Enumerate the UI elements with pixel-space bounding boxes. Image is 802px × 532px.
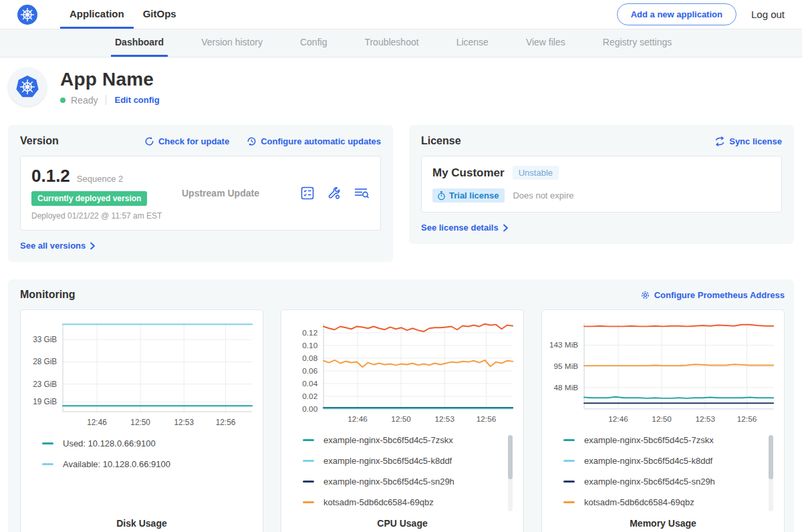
svg-text:0.10: 0.10 bbox=[302, 341, 317, 350]
svg-text:12:46: 12:46 bbox=[87, 418, 107, 427]
tab-application[interactable]: Application bbox=[60, 0, 134, 29]
configure-automatic-updates-link[interactable]: Configure automatic updates bbox=[247, 136, 381, 146]
legend-scrollbar-thumb[interactable] bbox=[769, 435, 773, 479]
chart-title-disk-usage: Disk Usage bbox=[26, 518, 257, 531]
svg-text:12:46: 12:46 bbox=[348, 414, 368, 423]
app-kubernetes-icon bbox=[8, 68, 47, 106]
add-new-application-button[interactable]: Add a new application bbox=[617, 3, 737, 25]
version-sequence: Sequence 2 bbox=[77, 174, 123, 184]
license-expiry-text: Does not expire bbox=[513, 190, 573, 201]
sync-arrows-icon bbox=[714, 136, 725, 146]
check-for-update-link[interactable]: Check for update bbox=[144, 136, 229, 146]
subnav-troubleshoot[interactable]: Troubleshoot bbox=[360, 29, 422, 57]
legend-item: example-nginx-5bc6f5d4c5-k8ddf bbox=[303, 456, 518, 466]
subnav-version-history[interactable]: Version history bbox=[197, 29, 267, 57]
svg-text:28 GiB: 28 GiB bbox=[33, 357, 57, 366]
svg-text:95 MiB: 95 MiB bbox=[553, 362, 578, 370]
version-source-label: Upstream Update bbox=[182, 188, 259, 198]
disk-usage-legend: Used: 10.128.0.66:9100 Available: 10.128… bbox=[42, 438, 257, 518]
divider bbox=[106, 95, 106, 105]
svg-text:33 GiB: 33 GiB bbox=[33, 335, 57, 344]
legend-swatch bbox=[42, 463, 53, 465]
version-card-title: Version bbox=[20, 135, 59, 147]
svg-text:12:50: 12:50 bbox=[391, 414, 411, 423]
top-navigation-bar: Application GitOps Add a new application… bbox=[0, 0, 802, 29]
channel-badge: Unstable bbox=[513, 166, 559, 180]
legend-item: example-nginx-5bc6f5d4c5-sn29h bbox=[563, 477, 779, 487]
status-dot bbox=[60, 98, 65, 103]
subnav-registry-settings[interactable]: Registry settings bbox=[599, 29, 676, 57]
disk-usage-chart: 12:4612:5012:5312:5619 GiB23 GiB28 GiB33… bbox=[26, 317, 257, 432]
subnav-config[interactable]: Config bbox=[296, 29, 331, 57]
chevron-right-icon bbox=[90, 242, 96, 250]
svg-text:12:56: 12:56 bbox=[477, 414, 497, 423]
disk-usage-chart-card: 12:4612:5012:5312:5619 GiB23 GiB28 GiB33… bbox=[20, 309, 263, 532]
svg-text:12:53: 12:53 bbox=[434, 414, 454, 423]
cpu-usage-chart-card: 12:4612:5012:5312:560.000.020.040.060.08… bbox=[281, 309, 524, 532]
license-card: License Sync license My Customer Unstabl… bbox=[409, 125, 794, 244]
cpu-usage-legend: example-nginx-5bc6f5d4c5-7zskx example-n… bbox=[303, 435, 518, 518]
subnav-license[interactable]: License bbox=[452, 29, 493, 57]
legend-swatch bbox=[563, 481, 575, 483]
legend-swatch bbox=[303, 439, 314, 441]
svg-text:12:50: 12:50 bbox=[652, 414, 672, 423]
sync-license-link[interactable]: Sync license bbox=[714, 136, 782, 146]
svg-text:23 GiB: 23 GiB bbox=[33, 380, 57, 389]
legend-scrollbar-thumb[interactable] bbox=[508, 435, 513, 479]
kubernetes-logo-icon bbox=[17, 5, 37, 25]
stopwatch-icon bbox=[437, 191, 446, 201]
svg-text:12:56: 12:56 bbox=[216, 418, 236, 427]
legend-item: example-nginx-5bc6f5d4c5-7zskx bbox=[563, 435, 779, 445]
top-tabs: Application GitOps bbox=[60, 0, 186, 29]
license-card-title: License bbox=[421, 135, 461, 147]
version-number: 0.1.2 bbox=[31, 166, 70, 186]
svg-text:12:53: 12:53 bbox=[695, 414, 715, 423]
legend-item: kotsadm-5db6dc6584-69qbz bbox=[303, 497, 518, 507]
legend-swatch bbox=[303, 481, 314, 483]
tab-gitops[interactable]: GitOps bbox=[134, 0, 186, 29]
legend-item: kotsadm-5db6dc6584-69qbz bbox=[563, 497, 779, 507]
view-logs-icon[interactable] bbox=[354, 186, 370, 201]
memory-usage-chart: 12:4612:5012:5312:5648 MiB95 MiB143 MiB bbox=[547, 317, 779, 428]
chevron-right-icon bbox=[503, 224, 509, 232]
svg-text:143 MiB: 143 MiB bbox=[549, 340, 578, 349]
legend-scrollbar bbox=[769, 435, 773, 511]
svg-text:0.12: 0.12 bbox=[302, 328, 317, 337]
svg-text:0.04: 0.04 bbox=[302, 379, 317, 388]
chart-title-cpu-usage: CPU Usage bbox=[287, 518, 518, 531]
legend-item: example-nginx-5bc6f5d4c5-k8ddf bbox=[563, 456, 779, 466]
svg-text:19 GiB: 19 GiB bbox=[33, 397, 57, 406]
trial-license-badge: Trial license bbox=[432, 188, 505, 203]
cpu-usage-chart: 12:4612:5012:5312:560.000.020.040.060.08… bbox=[287, 317, 518, 428]
svg-text:12:56: 12:56 bbox=[737, 414, 757, 423]
page-title: App Name bbox=[60, 69, 160, 90]
logout-button[interactable]: Log out bbox=[751, 9, 785, 20]
legend-item: example-nginx-5bc6f5d4c5-sn29h bbox=[303, 477, 518, 487]
svg-text:0.00: 0.00 bbox=[302, 404, 317, 413]
legend-swatch bbox=[303, 460, 314, 462]
subnav-view-files[interactable]: View files bbox=[522, 29, 569, 57]
svg-text:0.06: 0.06 bbox=[302, 366, 317, 375]
monitoring-card: Monitoring Configure Prometheus Address … bbox=[8, 279, 794, 532]
chart-title-memory-usage: Memory Usage bbox=[547, 518, 779, 531]
deployed-timestamp: Deployed 01/21/22 @ 11:57 am EST bbox=[31, 211, 182, 221]
edit-config-link[interactable]: Edit config bbox=[114, 95, 159, 105]
memory-usage-chart-card: 12:4612:5012:5312:5648 MiB95 MiB143 MiB … bbox=[541, 309, 785, 532]
app-header: App Name Ready Edit config bbox=[0, 57, 802, 120]
legend-swatch bbox=[563, 501, 575, 503]
currently-deployed-badge: Currently deployed version bbox=[31, 191, 147, 206]
legend-swatch bbox=[563, 460, 575, 462]
subnav-dashboard[interactable]: Dashboard bbox=[111, 29, 168, 57]
legend-swatch bbox=[303, 501, 314, 503]
legend-item: Available: 10.128.0.66:9100 bbox=[42, 459, 257, 469]
configure-prometheus-link[interactable]: Configure Prometheus Address bbox=[640, 290, 785, 300]
monitoring-title: Monitoring bbox=[20, 289, 76, 301]
config-wrench-icon[interactable] bbox=[327, 186, 342, 201]
legend-scrollbar bbox=[508, 435, 513, 511]
preflight-checks-icon[interactable] bbox=[300, 186, 315, 201]
legend-item: example-nginx-5bc6f5d4c5-7zskx bbox=[303, 435, 518, 445]
see-all-versions-link[interactable]: See all versions bbox=[20, 241, 96, 251]
see-license-details-link[interactable]: See license details bbox=[421, 223, 509, 233]
svg-text:0.08: 0.08 bbox=[302, 354, 317, 362]
customer-name: My Customer bbox=[432, 166, 505, 180]
